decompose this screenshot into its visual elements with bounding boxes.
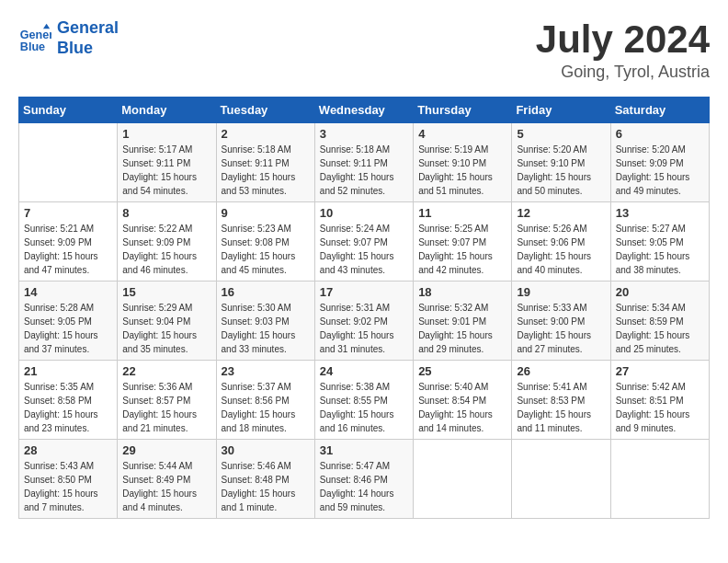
calendar-cell (414, 440, 512, 519)
day-number: 2 (222, 127, 310, 141)
calendar-cell: 4Sunrise: 5:19 AMSunset: 9:10 PMDaylight… (414, 123, 512, 202)
header-cell-wednesday: Wednesday (314, 98, 413, 123)
day-number: 3 (320, 127, 408, 141)
day-info: Sunrise: 5:43 AMSunset: 8:50 PMDaylight:… (24, 459, 112, 514)
day-number: 11 (418, 206, 506, 220)
day-number: 27 (616, 364, 704, 378)
calendar-cell: 1Sunrise: 5:17 AMSunset: 9:11 PMDaylight… (118, 123, 216, 202)
day-info: Sunrise: 5:34 AMSunset: 8:59 PMDaylight:… (616, 301, 704, 356)
header-cell-sunday: Sunday (19, 98, 118, 123)
calendar-cell: 24Sunrise: 5:38 AMSunset: 8:55 PMDayligh… (314, 361, 413, 440)
header-cell-monday: Monday (118, 98, 216, 123)
week-row-4: 21Sunrise: 5:35 AMSunset: 8:58 PMDayligh… (19, 361, 710, 440)
header-cell-tuesday: Tuesday (216, 98, 314, 123)
day-info: Sunrise: 5:18 AMSunset: 9:11 PMDaylight:… (222, 143, 310, 198)
day-info: Sunrise: 5:19 AMSunset: 9:10 PMDaylight:… (418, 143, 506, 198)
day-info: Sunrise: 5:24 AMSunset: 9:07 PMDaylight:… (320, 222, 408, 277)
header-cell-thursday: Thursday (414, 98, 512, 123)
logo-icon: General Blue (18, 22, 51, 55)
day-info: Sunrise: 5:26 AMSunset: 9:06 PMDaylight:… (517, 222, 605, 277)
day-number: 25 (418, 364, 506, 378)
svg-marker-2 (43, 23, 50, 28)
logo: General Blue General Blue (18, 18, 119, 58)
calendar-cell: 18Sunrise: 5:32 AMSunset: 9:01 PMDayligh… (414, 282, 512, 361)
calendar-cell (610, 440, 709, 519)
day-info: Sunrise: 5:17 AMSunset: 9:11 PMDaylight:… (122, 143, 210, 198)
calendar-cell: 11Sunrise: 5:25 AMSunset: 9:07 PMDayligh… (414, 202, 512, 282)
week-row-3: 14Sunrise: 5:28 AMSunset: 9:05 PMDayligh… (19, 282, 710, 361)
logo-text: General Blue (57, 18, 119, 58)
day-number: 24 (320, 364, 408, 378)
day-number: 17 (320, 285, 408, 299)
day-info: Sunrise: 5:33 AMSunset: 9:00 PMDaylight:… (517, 301, 605, 356)
calendar-cell: 30Sunrise: 5:46 AMSunset: 8:48 PMDayligh… (216, 440, 314, 519)
day-info: Sunrise: 5:30 AMSunset: 9:03 PMDaylight:… (222, 301, 310, 356)
day-info: Sunrise: 5:47 AMSunset: 8:46 PMDaylight:… (320, 459, 408, 514)
calendar-cell: 23Sunrise: 5:37 AMSunset: 8:56 PMDayligh… (216, 361, 314, 440)
calendar-cell: 29Sunrise: 5:44 AMSunset: 8:49 PMDayligh… (118, 440, 216, 519)
day-number: 1 (122, 127, 210, 141)
day-number: 20 (616, 285, 704, 299)
calendar-table: SundayMondayTuesdayWednesdayThursdayFrid… (18, 97, 710, 519)
day-info: Sunrise: 5:25 AMSunset: 9:07 PMDaylight:… (418, 222, 506, 277)
day-number: 31 (320, 443, 408, 457)
day-info: Sunrise: 5:44 AMSunset: 8:49 PMDaylight:… (122, 459, 210, 514)
page-header: General Blue General Blue July 2024 Goin… (18, 18, 710, 82)
day-info: Sunrise: 5:18 AMSunset: 9:11 PMDaylight:… (320, 143, 408, 198)
calendar-cell: 28Sunrise: 5:43 AMSunset: 8:50 PMDayligh… (19, 440, 118, 519)
day-info: Sunrise: 5:28 AMSunset: 9:05 PMDaylight:… (24, 301, 112, 356)
calendar-cell: 25Sunrise: 5:40 AMSunset: 8:54 PMDayligh… (414, 361, 512, 440)
calendar-header: SundayMondayTuesdayWednesdayThursdayFrid… (19, 98, 710, 123)
day-info: Sunrise: 5:22 AMSunset: 9:09 PMDaylight:… (122, 222, 210, 277)
week-row-1: 1Sunrise: 5:17 AMSunset: 9:11 PMDaylight… (19, 123, 710, 202)
day-info: Sunrise: 5:20 AMSunset: 9:10 PMDaylight:… (517, 143, 605, 198)
day-number: 30 (222, 443, 310, 457)
calendar-cell: 19Sunrise: 5:33 AMSunset: 9:00 PMDayligh… (512, 282, 610, 361)
day-number: 22 (122, 364, 210, 378)
day-number: 23 (222, 364, 310, 378)
day-number: 12 (517, 206, 605, 220)
day-info: Sunrise: 5:20 AMSunset: 9:09 PMDaylight:… (616, 143, 704, 198)
calendar-cell: 2Sunrise: 5:18 AMSunset: 9:11 PMDaylight… (216, 123, 314, 202)
calendar-cell: 9Sunrise: 5:23 AMSunset: 9:08 PMDaylight… (216, 202, 314, 282)
day-info: Sunrise: 5:27 AMSunset: 9:05 PMDaylight:… (616, 222, 704, 277)
calendar-cell: 15Sunrise: 5:29 AMSunset: 9:04 PMDayligh… (118, 282, 216, 361)
day-info: Sunrise: 5:35 AMSunset: 8:58 PMDaylight:… (24, 380, 112, 435)
calendar-cell: 14Sunrise: 5:28 AMSunset: 9:05 PMDayligh… (19, 282, 118, 361)
calendar-cell: 17Sunrise: 5:31 AMSunset: 9:02 PMDayligh… (314, 282, 413, 361)
calendar-cell: 16Sunrise: 5:30 AMSunset: 9:03 PMDayligh… (216, 282, 314, 361)
location-title: Going, Tyrol, Austria (536, 63, 710, 82)
day-number: 26 (517, 364, 605, 378)
calendar-body: 1Sunrise: 5:17 AMSunset: 9:11 PMDaylight… (19, 123, 710, 519)
calendar-cell: 13Sunrise: 5:27 AMSunset: 9:05 PMDayligh… (610, 202, 709, 282)
svg-text:Blue: Blue (20, 40, 45, 52)
day-number: 13 (616, 206, 704, 220)
calendar-cell (512, 440, 610, 519)
day-number: 18 (418, 285, 506, 299)
day-info: Sunrise: 5:31 AMSunset: 9:02 PMDaylight:… (320, 301, 408, 356)
calendar-cell: 10Sunrise: 5:24 AMSunset: 9:07 PMDayligh… (314, 202, 413, 282)
day-number: 16 (222, 285, 310, 299)
week-row-2: 7Sunrise: 5:21 AMSunset: 9:09 PMDaylight… (19, 202, 710, 282)
day-number: 8 (122, 206, 210, 220)
day-number: 21 (24, 364, 112, 378)
day-info: Sunrise: 5:41 AMSunset: 8:53 PMDaylight:… (517, 380, 605, 435)
week-row-5: 28Sunrise: 5:43 AMSunset: 8:50 PMDayligh… (19, 440, 710, 519)
calendar-cell: 22Sunrise: 5:36 AMSunset: 8:57 PMDayligh… (118, 361, 216, 440)
day-info: Sunrise: 5:38 AMSunset: 8:55 PMDaylight:… (320, 380, 408, 435)
day-number: 4 (418, 127, 506, 141)
calendar-cell: 26Sunrise: 5:41 AMSunset: 8:53 PMDayligh… (512, 361, 610, 440)
header-cell-saturday: Saturday (610, 98, 709, 123)
day-number: 29 (122, 443, 210, 457)
header-row: SundayMondayTuesdayWednesdayThursdayFrid… (19, 98, 710, 123)
day-number: 15 (122, 285, 210, 299)
calendar-cell: 3Sunrise: 5:18 AMSunset: 9:11 PMDaylight… (314, 123, 413, 202)
day-info: Sunrise: 5:23 AMSunset: 9:08 PMDaylight:… (222, 222, 310, 277)
day-number: 14 (24, 285, 112, 299)
day-info: Sunrise: 5:37 AMSunset: 8:56 PMDaylight:… (222, 380, 310, 435)
header-cell-friday: Friday (512, 98, 610, 123)
calendar-cell: 12Sunrise: 5:26 AMSunset: 9:06 PMDayligh… (512, 202, 610, 282)
day-info: Sunrise: 5:46 AMSunset: 8:48 PMDaylight:… (222, 459, 310, 514)
day-info: Sunrise: 5:29 AMSunset: 9:04 PMDaylight:… (122, 301, 210, 356)
day-number: 28 (24, 443, 112, 457)
